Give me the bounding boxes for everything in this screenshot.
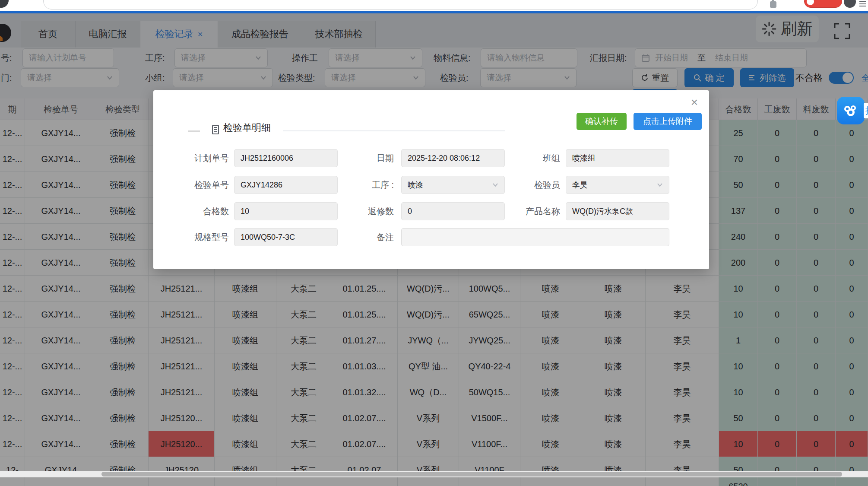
modal-field-label: 日期 — [335, 149, 394, 167]
horizontal-scrollbar[interactable] — [0, 471, 868, 477]
modal-field-label: 备注 — [335, 228, 394, 246]
modal-field-value[interactable] — [241, 233, 331, 242]
modal-field-value[interactable] — [408, 181, 492, 190]
modal-field-value[interactable] — [241, 181, 331, 190]
modal-field-value[interactable] — [241, 207, 331, 216]
loading-progress-bar — [0, 11, 868, 13]
modal-field-value[interactable] — [241, 154, 331, 163]
chevron-down-icon — [492, 182, 498, 188]
modal-field-select[interactable] — [566, 176, 669, 194]
modal-field-input[interactable] — [234, 228, 338, 246]
close-icon[interactable]: × — [691, 96, 698, 108]
modal-field-label: 规格型号 — [171, 228, 229, 246]
modal-field-label: 合格数 — [171, 202, 229, 220]
modal-field-value[interactable] — [408, 154, 498, 163]
modal-field-label: 班组 — [501, 149, 560, 167]
modal-field-input[interactable] — [401, 228, 669, 246]
form-icon — [212, 125, 219, 134]
browser-avatar-corner — [0, 0, 9, 8]
screen: 首页 电脑汇报 检验记录× 成品检验报告 技术部抽检 刷新 号: 工序: 请选择… — [0, 0, 868, 486]
modal-field-input[interactable] — [234, 176, 338, 194]
modal-field-label: 检验员 — [501, 176, 560, 194]
modal-field-select[interactable] — [401, 176, 505, 194]
browser-profile-avatar[interactable] — [844, 0, 856, 8]
modal-field-value[interactable] — [572, 181, 657, 190]
browser-chrome — [0, 0, 868, 11]
extensions-icon[interactable] — [770, 1, 776, 8]
browser-menu-icon[interactable] — [859, 1, 866, 6]
modal-field-label: 产品名称 — [501, 202, 560, 220]
chevron-down-icon — [657, 182, 663, 188]
title-dash — [188, 130, 200, 132]
modal-field-input[interactable] — [234, 202, 338, 220]
modal-field-value[interactable] — [408, 233, 663, 242]
profile-pill[interactable] — [804, 0, 842, 8]
inspection-detail-modal: × 检验单明细 确认补传 点击上传附件 计划单号日期班组检验单号工序 :检验员合… — [153, 90, 709, 269]
modal-field-value[interactable] — [572, 207, 663, 216]
modal-field-label: 检验单号 — [171, 176, 229, 194]
modal-field-input[interactable] — [401, 149, 505, 167]
modal-title: 检验单明细 — [223, 121, 271, 134]
modal-field-label: 工序 : — [335, 176, 394, 194]
modal-field-input[interactable] — [566, 202, 669, 220]
modal-field-input[interactable] — [234, 149, 338, 167]
title-divider — [283, 130, 505, 131]
modal-field-label: 返修数 — [335, 202, 394, 220]
scrollbar-thumb[interactable] — [101, 472, 842, 476]
confirm-reupload-button[interactable]: 确认补传 — [577, 113, 627, 130]
cloud-icon — [842, 104, 859, 117]
address-bar[interactable] — [43, 0, 758, 10]
cloud-floating-button[interactable] — [837, 97, 865, 124]
modal-field-input[interactable] — [566, 149, 669, 167]
cloud-partial-label[interactable]: 排 — [864, 103, 868, 118]
modal-field-label: 计划单号 — [171, 149, 229, 167]
modal-field-value[interactable] — [408, 207, 498, 216]
modal-field-value[interactable] — [572, 154, 663, 163]
upload-attachment-button[interactable]: 点击上传附件 — [634, 113, 702, 130]
modal-field-input[interactable] — [401, 202, 505, 220]
